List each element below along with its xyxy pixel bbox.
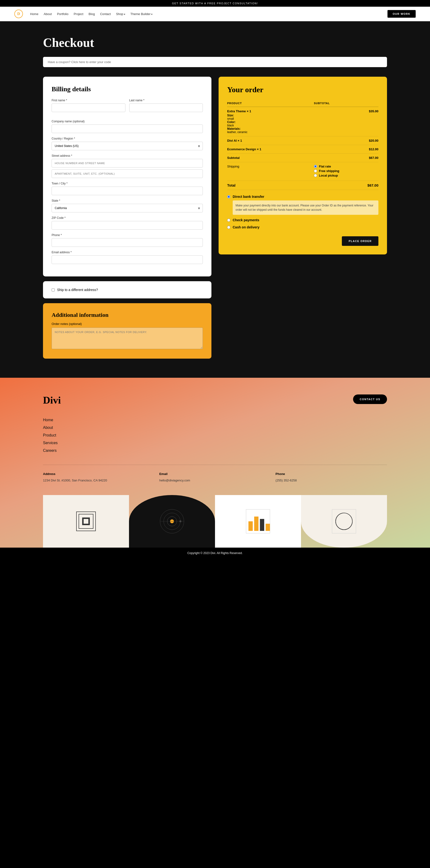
nav-blog[interactable]: Blog [89,12,95,16]
company-label: Company name (optional) [52,120,203,123]
copyright-text: Copyright © 2023 Divi. All Rights Reserv… [187,552,243,555]
place-order-container: PLACE ORDER [227,232,378,246]
our-work-button[interactable]: OUR WORK [388,10,416,18]
footer-nav-about[interactable]: About [43,426,387,430]
phone-heading: Phone [275,472,387,476]
footer-info: Address 1234 Divi St. #1000, San Francis… [43,472,387,483]
shipping-flat-radio[interactable] [314,165,317,168]
payment-cod-radio[interactable] [227,226,230,229]
shipping-flat-label: Flat rate [319,165,331,168]
phone-label: Phone * [52,234,203,237]
state-select[interactable]: California [52,204,203,212]
shipping-local-radio[interactable] [314,174,317,177]
first-name-input[interactable] [52,103,125,112]
order-notes-input[interactable] [52,328,203,349]
street-group: Street address * [52,154,203,178]
last-name-input[interactable] [129,103,203,112]
address-value: 1234 Divi St. #1000, San Francisco, CA 9… [43,478,155,483]
phone-input[interactable] [52,238,203,247]
order-item-2: Divi AI × 1 $20.00 [227,136,378,145]
footer-nav-services[interactable]: Services [43,441,387,445]
country-group: Country / Region * United States (US) [52,137,203,150]
payment-check: Check payments [227,218,378,222]
checkout-section: Checkout Have a coupon? Click here to en… [0,21,430,378]
company-input[interactable] [52,124,203,133]
nav-shop[interactable]: Shop [116,12,125,16]
zip-group: ZIP Code * [52,216,203,229]
payment-direct-radio[interactable] [227,195,230,198]
item3-name: Ecommerce Design × 1 [227,147,262,151]
zip-input[interactable] [52,221,203,229]
footer-phone-block: Phone (255) 352-6258 [275,472,387,483]
coupon-bar[interactable]: Have a coupon? Click here to enter your … [43,57,387,67]
shipping-options: Flat rate Free shipping Local pickup [314,165,378,177]
shipping-free-radio[interactable] [314,169,317,173]
nav-links: Home About Portfolio Project Blog Contac… [30,12,152,16]
svg-rect-11 [248,521,253,531]
ship-different-checkbox[interactable] [52,288,55,291]
order-title: Your order [227,85,378,94]
nav-home[interactable]: Home [30,12,38,16]
nav-about[interactable]: About [44,12,52,16]
nav-theme-builder[interactable]: Theme Builder [130,12,152,16]
billing-column: Billing details First name * Last name *… [43,77,211,359]
ship-different-label[interactable]: Ship to a different address? [52,288,203,292]
payment-check-label: Check payments [233,218,259,222]
footer-logo: Divi [43,395,61,406]
shipping-flat: Flat rate [314,165,378,168]
state-label: State * [52,199,203,203]
billing-title: Billing details [52,85,203,93]
order-item-1: Extra Theme × 1 Size: small Color: black… [227,107,378,136]
footer-nav-home[interactable]: Home [43,418,387,422]
bottom-bar: Copyright © 2023 Divi. All Rights Reserv… [0,548,430,559]
country-select-wrapper: United States (US) [52,142,203,150]
nav-left: D Home About Portfolio Project Blog Cont… [14,9,152,18]
state-select-wrapper: California [52,204,203,212]
payment-direct-label: Direct bank transfer [233,195,378,198]
phone-group: Phone * [52,234,203,247]
email-heading: Email [159,472,271,476]
company-group: Company name (optional) [52,120,203,133]
nav-logo[interactable]: D [14,9,23,18]
item2-price: $20.00 [314,136,378,145]
artwork-panel-2 [129,495,215,548]
shipping-local: Local pickup [314,174,378,177]
country-select[interactable]: United States (US) [52,142,203,150]
footer: Divi CONTACT US Home About Product Servi… [0,378,430,548]
payment-methods: Direct bank transfer Make your payment d… [227,195,378,229]
shipping-free: Free shipping [314,169,378,173]
payment-cod-label: Cash on delivery [233,225,259,229]
coupon-text: Have a coupon? Click here to enter your … [48,60,111,64]
subtotal-col-header: SUBTOTAL [314,100,378,107]
svg-rect-13 [260,519,264,531]
nav-project[interactable]: Project [73,12,83,16]
total-label: Total [227,181,314,190]
payment-check-radio[interactable] [227,219,230,222]
subtotal-row: Subtotal $67.00 [227,154,378,162]
order-column: Your order PRODUCT SUBTOTAL Extra Theme [219,77,387,254]
shipping-row: Shipping Flat rate Free shipp [227,162,378,181]
footer-top: Divi CONTACT US [43,395,387,406]
town-label: Town / City * [52,182,203,185]
street-input[interactable] [52,159,203,167]
total-row: Total $67.00 [227,181,378,190]
order-item-3: Ecommerce Design × 1 $12.00 [227,145,378,154]
billing-card: Billing details First name * Last name *… [43,77,211,276]
notes-label: Order notes (optional) [52,322,203,326]
product-col-header: PRODUCT [227,100,314,107]
footer-nav-product[interactable]: Product [43,433,387,437]
nav-contact[interactable]: Contact [100,12,111,16]
artwork-svg-4 [330,507,358,536]
town-input[interactable] [52,187,203,195]
svg-rect-3 [84,519,88,524]
email-input[interactable] [52,255,203,264]
artwork-svg-3 [244,507,272,536]
apt-input[interactable] [52,169,203,178]
payment-direct-bank: Direct bank transfer Make your payment d… [227,195,378,215]
footer-nav-careers[interactable]: Careers [43,448,387,453]
place-order-button[interactable]: PLACE ORDER [342,236,378,246]
nav-portfolio[interactable]: Portfolio [57,12,68,16]
last-name-label: Last name * [129,99,203,102]
contact-us-button[interactable]: CONTACT US [353,395,387,404]
email-value: hello@diviagency.com [159,478,271,483]
